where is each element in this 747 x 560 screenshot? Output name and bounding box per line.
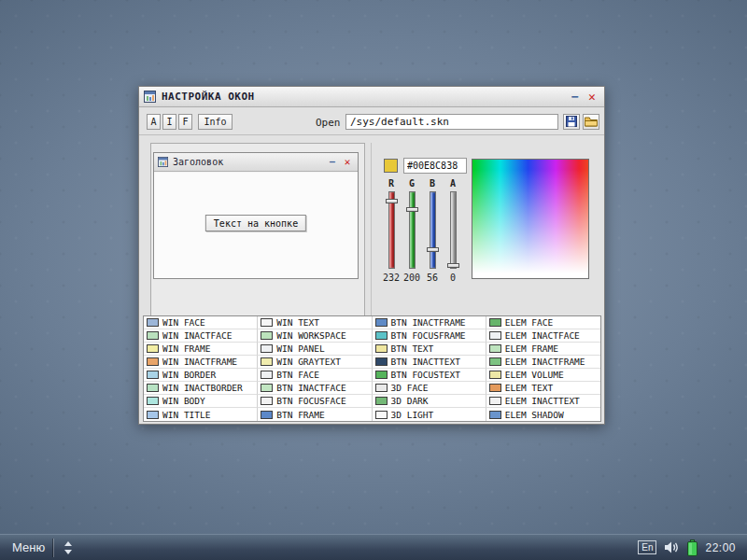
color-item[interactable]: BTN FRAME [258,408,372,421]
open-file-button[interactable] [583,114,599,130]
color-swatch [489,357,501,366]
color-item[interactable]: BTN INACTFRAME [373,316,486,329]
hex-color-input[interactable] [403,158,467,174]
color-item-label: BTN FACE [276,370,319,380]
color-item[interactable]: BTN TEXT [373,343,486,356]
skin-path-input[interactable] [345,114,558,130]
slider-track[interactable] [388,191,395,269]
slider-handle[interactable] [447,263,459,268]
color-item[interactable]: ELEM TEXT [486,382,600,395]
slider-handle[interactable] [406,207,418,212]
slider-r[interactable]: R232 [381,178,402,283]
window-titlebar[interactable]: НАСТРОЙКА ОКОН − ✕ [139,87,604,107]
color-swatch [489,331,501,340]
color-swatch [147,318,159,327]
slider-label: A [450,178,456,189]
slider-value: 56 [427,273,438,283]
color-item-label: BTN INACTFRAME [391,317,466,328]
save-icon [566,113,577,131]
color-item[interactable]: 3D LIGHT [373,408,486,421]
color-item[interactable]: WIN GRAYTEXT [258,356,372,369]
color-item[interactable]: 3D FACE [373,382,486,395]
color-item[interactable]: WIN WORKSPACE [258,329,372,343]
color-item-label: BTN FOCUSFACE [276,396,345,406]
color-item-label: BTN FRAME [276,410,324,420]
color-item-label: 3D LIGHT [391,410,434,420]
color-item[interactable]: 3D DARK [373,395,486,408]
color-swatch [375,384,388,392]
window-switcher-icon[interactable] [63,540,74,555]
color-item[interactable]: ELEM FACE [486,316,600,329]
color-item[interactable]: WIN INACTFRAME [144,356,258,369]
taskbar-separator [53,539,54,557]
window-title: НАСТРОЙКА ОКОН [162,91,255,103]
color-item[interactable]: WIN TEXT [258,316,372,329]
taskbar: Меню En [0,534,747,560]
color-swatch [147,357,159,366]
slider-b[interactable]: B56 [422,178,443,283]
color-item[interactable]: WIN BORDER [144,369,258,382]
color-item-label: BTN INACTTEXT [391,357,460,367]
slider-value: 232 [383,273,400,283]
color-item[interactable]: ELEM INACTFACE [486,329,600,343]
toolbar-button-i[interactable]: I [162,114,176,130]
color-item[interactable]: WIN BODY [144,395,258,408]
color-item-label: WIN PANEL [276,343,324,354]
preview-body: Текст на кнопке [154,173,358,278]
color-item[interactable]: WIN INACTFACE [144,329,258,343]
color-item[interactable]: WIN TITLE [144,408,258,421]
current-color-swatch [384,159,398,173]
color-item[interactable]: BTN FOCUSTEXT [373,369,486,382]
color-item[interactable]: BTN FACE [258,369,372,382]
color-swatch [147,411,159,419]
slider-handle[interactable] [386,199,398,203]
color-swatch [261,357,273,366]
open-label[interactable]: Open [316,117,341,129]
color-item[interactable]: BTN INACTFACE [258,382,372,395]
slider-label: G [409,178,415,189]
color-swatch [375,331,388,340]
folder-icon [585,113,598,131]
color-item[interactable]: BTN FOCUSFACE [258,395,372,408]
volume-icon[interactable] [664,540,680,554]
slider-handle[interactable] [427,247,439,252]
color-swatch [375,411,388,419]
color-item[interactable]: WIN FACE [144,316,258,329]
toolbar-button-a[interactable]: A [147,114,161,130]
color-swatch [147,331,159,340]
color-item[interactable]: WIN FRAME [144,343,258,356]
color-swatch [147,371,159,379]
color-item[interactable]: ELEM SHADOW [486,408,600,421]
color-item[interactable]: ELEM VOLUME [486,369,600,382]
color-swatch [375,397,388,405]
slider-label: B [430,178,435,189]
color-item[interactable]: WIN INACTBORDER [144,382,258,395]
color-item-label: WIN BORDER [162,370,216,380]
color-item[interactable]: BTN FOCUSFRAME [373,329,486,343]
slider-track[interactable] [450,191,457,269]
toolbar-button-f[interactable]: F [178,114,192,130]
slider-g[interactable]: G200 [402,178,422,283]
color-item-label: ELEM INACTTEXT [505,396,580,406]
color-item-label: WIN TITLE [162,410,210,420]
color-item[interactable]: ELEM INACTTEXT [486,395,600,408]
color-item[interactable]: ELEM INACTFRAME [486,356,600,369]
menu-button[interactable]: Меню [12,540,45,554]
color-swatch [375,371,388,379]
slider-a[interactable]: A0 [443,178,463,283]
color-item-label: BTN FOCUSTEXT [391,370,460,380]
color-item[interactable]: WIN PANEL [258,343,372,356]
info-button[interactable]: Info [198,114,233,130]
color-item[interactable]: ELEM FRAME [486,343,600,356]
color-item-label: WIN WORKSPACE [276,330,345,341]
save-button[interactable] [563,114,580,130]
slider-track[interactable] [430,191,436,269]
color-item-label: ELEM INACTFACE [505,330,580,341]
close-button[interactable]: ✕ [584,89,600,105]
minimize-button[interactable]: − [567,89,584,105]
slider-track[interactable] [409,191,416,269]
color-palette[interactable] [472,159,589,279]
keyboard-layout-indicator[interactable]: En [638,540,656,554]
color-item-label: 3D DARK [391,396,429,406]
color-item[interactable]: BTN INACTTEXT [373,356,486,369]
